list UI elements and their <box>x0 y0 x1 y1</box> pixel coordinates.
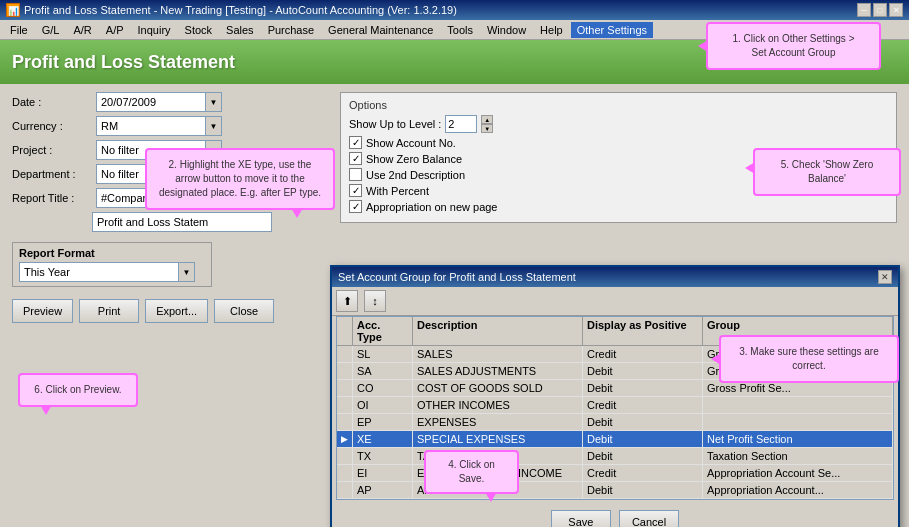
group-cell <box>703 397 893 413</box>
currency-dropdown[interactable]: ▼ <box>206 116 222 136</box>
menu-purchase[interactable]: Purchase <box>262 22 320 38</box>
menu-stock[interactable]: Stock <box>179 22 219 38</box>
display-cell: Credit <box>583 465 703 481</box>
col-indicator <box>337 317 353 345</box>
with-percent-checkbox[interactable] <box>349 184 362 197</box>
description-cell: SALES ADJUSTMENTS <box>413 363 583 379</box>
use-2nd-desc-label: Use 2nd Description <box>366 169 465 181</box>
acc-type-cell: SA <box>353 363 413 379</box>
date-input[interactable]: 20/07/2009 <box>96 92 206 112</box>
title-bar: 📊 Profit and Loss Statement - New Tradin… <box>0 0 909 20</box>
menu-other-settings[interactable]: Other Settings <box>571 22 653 38</box>
toolbar-btn-1[interactable]: ⬆ <box>336 290 358 312</box>
menu-sales[interactable]: Sales <box>220 22 260 38</box>
show-up-label: Show Up to Level : <box>349 118 441 130</box>
callout-3: 3. Make sure these settings are correct. <box>719 335 899 383</box>
row-indicator <box>337 363 353 379</box>
maximize-button[interactable]: □ <box>873 3 887 17</box>
report-title-label: Report Title : <box>12 192 92 204</box>
description-cell: EXPENSES <box>413 414 583 430</box>
row-indicator <box>337 482 353 498</box>
acc-type-cell: AP <box>353 482 413 498</box>
menu-help[interactable]: Help <box>534 22 569 38</box>
row-indicator <box>337 380 353 396</box>
dialog-close-button[interactable]: ✕ <box>878 270 892 284</box>
menu-file[interactable]: File <box>4 22 34 38</box>
appropriation-label: Appropriation on new page <box>366 201 497 213</box>
table-row[interactable]: AP APPROPRIATION... Debit Appropriation … <box>337 482 893 499</box>
preview-button[interactable]: Preview <box>12 299 73 323</box>
display-cell: Debit <box>583 482 703 498</box>
row-indicator <box>337 448 353 464</box>
col-description: Description <box>413 317 583 345</box>
spin-up[interactable]: ▲ <box>481 115 493 124</box>
report-format-input[interactable]: This Year <box>19 262 179 282</box>
department-label: Department : <box>12 168 92 180</box>
print-button[interactable]: Print <box>79 299 139 323</box>
with-percent-label: With Percent <box>366 185 429 197</box>
close-button[interactable]: Close <box>214 299 274 323</box>
dialog-cancel-button[interactable]: Cancel <box>619 510 679 527</box>
acc-type-cell: EI <box>353 465 413 481</box>
dialog-buttons: Save Cancel <box>332 504 898 527</box>
display-cell: Debit <box>583 414 703 430</box>
description-cell: SPECIAL EXPENSES <box>413 431 583 447</box>
title-bar-text: 📊 Profit and Loss Statement - New Tradin… <box>6 3 457 17</box>
row-indicator <box>337 414 353 430</box>
report-subtitle-input[interactable]: Profit and Loss Statem <box>92 212 272 232</box>
group-cell: Net Profit Section <box>703 431 893 447</box>
col-acc-type: Acc. Type <box>353 317 413 345</box>
level-spin[interactable]: ▲ ▼ <box>481 115 493 133</box>
col-display: Display as Positive <box>583 317 703 345</box>
display-cell: Debit <box>583 380 703 396</box>
group-cell <box>703 414 893 430</box>
acc-type-cell: TX <box>353 448 413 464</box>
level-input[interactable]: 2 <box>445 115 477 133</box>
table-row[interactable]: TX TAXATION Debit Taxation Section <box>337 448 893 465</box>
table-row[interactable]: OI OTHER INCOMES Credit <box>337 397 893 414</box>
show-account-no-checkbox[interactable] <box>349 136 362 149</box>
export-button[interactable]: Export... <box>145 299 208 323</box>
callout-4: 4. Click on Save. <box>424 450 519 494</box>
acc-type-cell: OI <box>353 397 413 413</box>
acc-type-cell: SL <box>353 346 413 362</box>
menu-inquiry[interactable]: Inquiry <box>132 22 177 38</box>
report-format-box: Report Format This Year ▼ <box>12 242 212 287</box>
page-title: Profit and Loss Statement <box>12 52 235 73</box>
description-cell: OTHER INCOMES <box>413 397 583 413</box>
spin-down[interactable]: ▼ <box>481 124 493 133</box>
currency-input[interactable]: RM <box>96 116 206 136</box>
group-cell: Appropriation Account... <box>703 482 893 498</box>
close-window-button[interactable]: ✕ <box>889 3 903 17</box>
appropriation-checkbox[interactable] <box>349 200 362 213</box>
menu-ap[interactable]: A/P <box>100 22 130 38</box>
table-row[interactable]: EI EXTRA-ORDINARY INCOME Credit Appropri… <box>337 465 893 482</box>
table-row[interactable]: EP EXPENSES Debit <box>337 414 893 431</box>
toolbar-btn-2[interactable]: ↕ <box>364 290 386 312</box>
report-format-dropdown[interactable]: ▼ <box>179 262 195 282</box>
row-indicator <box>337 465 353 481</box>
date-dropdown[interactable]: ▼ <box>206 92 222 112</box>
menu-ar[interactable]: A/R <box>67 22 97 38</box>
table-row-selected[interactable]: ▶ XE SPECIAL EXPENSES Debit Net Profit S… <box>337 431 893 448</box>
dialog-save-button[interactable]: Save <box>551 510 611 527</box>
acc-type-cell: EP <box>353 414 413 430</box>
set-account-group-dialog: Set Account Group for Profit and Loss St… <box>330 265 900 527</box>
menu-gl[interactable]: G/L <box>36 22 66 38</box>
show-zero-balance-checkbox[interactable] <box>349 152 362 165</box>
use-2nd-desc-checkbox[interactable] <box>349 168 362 181</box>
options-title: Options <box>349 99 888 111</box>
show-zero-balance-label: Show Zero Balance <box>366 153 462 165</box>
menu-window[interactable]: Window <box>481 22 532 38</box>
description-cell: SALES <box>413 346 583 362</box>
menu-general-maintenance[interactable]: General Maintenance <box>322 22 439 38</box>
title-bar-label: Profit and Loss Statement - New Trading … <box>24 4 457 16</box>
app-window: 📊 Profit and Loss Statement - New Tradin… <box>0 0 909 527</box>
menu-tools[interactable]: Tools <box>441 22 479 38</box>
app-icon: 📊 <box>6 3 20 17</box>
display-cell: Credit <box>583 346 703 362</box>
display-cell: Debit <box>583 363 703 379</box>
row-indicator <box>337 397 353 413</box>
currency-label: Currency : <box>12 120 92 132</box>
minimize-button[interactable]: ─ <box>857 3 871 17</box>
